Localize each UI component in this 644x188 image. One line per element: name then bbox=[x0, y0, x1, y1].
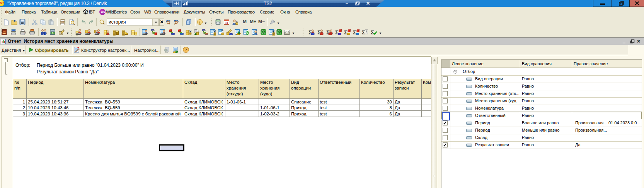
svg-text:Σ: Σ bbox=[371, 29, 374, 36]
svg-text:5: 5 bbox=[85, 10, 87, 14]
svg-text:31: 31 bbox=[225, 21, 228, 25]
svg-text:$: $ bbox=[52, 32, 53, 35]
svg-text:?: ? bbox=[185, 47, 187, 52]
svg-text:i: i bbox=[199, 20, 201, 24]
svg-text:Σ: Σ bbox=[353, 29, 356, 36]
svg-text:Σ: Σ bbox=[344, 29, 348, 36]
svg-text:Σ: Σ bbox=[362, 29, 365, 36]
svg-text:Σ: Σ bbox=[335, 29, 339, 36]
